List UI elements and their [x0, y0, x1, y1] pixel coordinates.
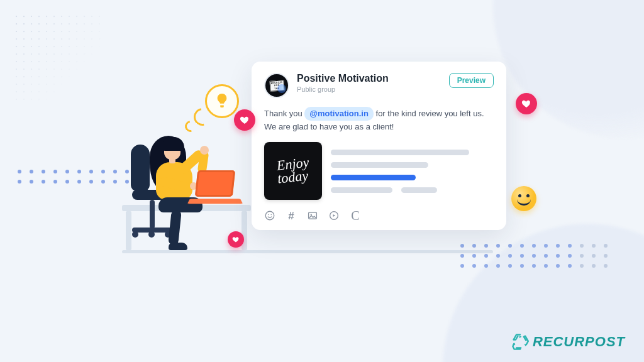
post-composer-card: REACH FOR THE Positive Motivation Public…: [252, 62, 506, 230]
brand-name: RECURPOST: [533, 334, 625, 350]
mention-chip[interactable]: @motivation.in: [304, 107, 374, 121]
recycle-icon: [511, 333, 529, 351]
link-preview: Enjoy today: [264, 142, 494, 200]
bg-blob-top-right: [493, 0, 644, 138]
smiley-reaction-icon: [511, 186, 536, 211]
placeholder-link-line: [331, 175, 416, 180]
heart-reaction-icon: [516, 93, 537, 114]
svg-point-0: [265, 212, 274, 221]
group-name[interactable]: Positive Motivation: [297, 73, 441, 84]
placeholder-line: [331, 150, 469, 155]
avatar-text-3: THE: [271, 87, 283, 90]
preview-button[interactable]: Preview: [449, 73, 494, 88]
link-placeholder-lines: [331, 150, 494, 193]
illustration-laptop: [189, 174, 242, 209]
lightbulb-icon: [205, 84, 239, 118]
placeholder-line: [331, 187, 392, 193]
svg-point-4: [311, 214, 312, 216]
heart-reaction-icon: [228, 231, 244, 248]
link-thumbnail[interactable]: Enjoy today: [264, 142, 322, 200]
brand-logo[interactable]: RECURPOST: [511, 333, 625, 351]
video-icon[interactable]: [328, 210, 340, 221]
hashtag-icon[interactable]: #: [286, 210, 297, 221]
post-text[interactable]: Thank you @motivation.in for the kind re…: [264, 107, 494, 133]
svg-point-1: [268, 214, 269, 216]
thumb-line-2: today: [276, 170, 309, 186]
composer-toolbar: # C: [264, 210, 494, 221]
post-text-before: Thank you: [264, 109, 304, 118]
canva-icon[interactable]: C: [350, 210, 361, 221]
image-icon[interactable]: [307, 210, 318, 221]
group-avatar[interactable]: REACH FOR THE: [264, 73, 289, 98]
avatar-text-1: REACH: [270, 80, 282, 84]
bg-dot-grid: [16, 16, 104, 104]
group-subtitle: Public group: [297, 85, 441, 93]
decor-dots-left: [18, 170, 129, 184]
emoji-icon[interactable]: [264, 210, 275, 221]
placeholder-line: [401, 187, 437, 193]
heart-reaction-icon: [234, 109, 255, 131]
decor-dots-bottom-right: [460, 244, 608, 268]
svg-point-2: [271, 214, 272, 216]
placeholder-line: [331, 162, 428, 168]
